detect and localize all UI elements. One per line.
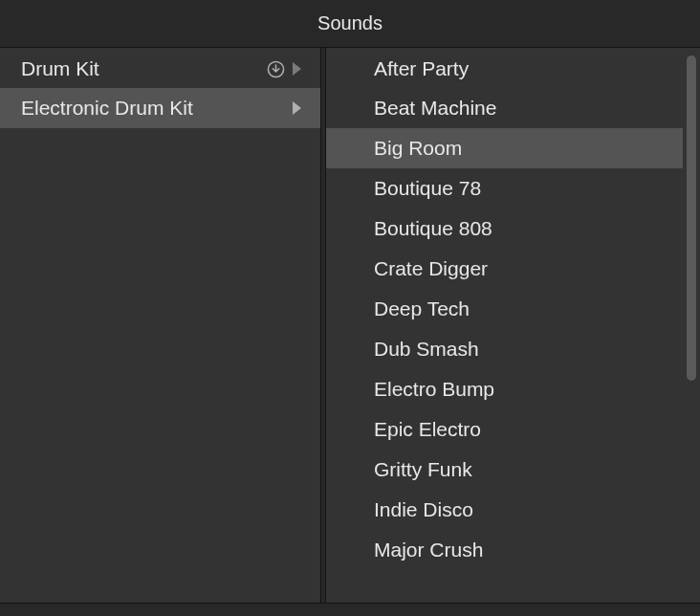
preset-item[interactable]: Epic Electro bbox=[326, 409, 683, 450]
preset-item[interactable]: Electro Bump bbox=[326, 369, 683, 409]
library-columns: Drum Kit Electronic Drum Kit After Party bbox=[0, 48, 700, 603]
preset-item[interactable]: Deep Tech bbox=[326, 289, 683, 329]
preset-label: Dub Smash bbox=[374, 338, 671, 361]
preset-item[interactable]: Boutique 808 bbox=[326, 209, 683, 249]
preset-label: Major Crush bbox=[374, 539, 671, 561]
panel-title: Sounds bbox=[317, 12, 383, 34]
preset-label: After Party bbox=[374, 57, 671, 80]
preset-label: Deep Tech bbox=[374, 297, 671, 320]
chevron-right-icon bbox=[293, 101, 301, 115]
preset-item[interactable]: Boutique 78 bbox=[326, 168, 683, 209]
preset-label: Gritty Funk bbox=[374, 458, 671, 481]
preset-item[interactable]: Crate Digger bbox=[326, 249, 683, 289]
category-item-drum-kit[interactable]: Drum Kit bbox=[0, 48, 320, 88]
preset-item[interactable]: Beat Machine bbox=[326, 88, 683, 128]
category-label: Electronic Drum Kit bbox=[21, 97, 293, 120]
category-icons bbox=[293, 101, 309, 115]
preset-item[interactable]: Dub Smash bbox=[326, 329, 683, 369]
scrollbar-thumb[interactable] bbox=[687, 55, 696, 381]
category-column: Drum Kit Electronic Drum Kit bbox=[0, 48, 320, 603]
preset-label: Big Room bbox=[374, 137, 671, 160]
preset-label: Epic Electro bbox=[374, 418, 671, 441]
preset-item[interactable]: Big Room bbox=[326, 128, 683, 168]
category-item-electronic-drum-kit[interactable]: Electronic Drum Kit bbox=[0, 88, 320, 128]
preset-item[interactable]: Indie Disco bbox=[326, 490, 683, 530]
panel-footer bbox=[0, 603, 700, 616]
preset-item[interactable]: Major Crush bbox=[326, 530, 683, 570]
preset-label: Beat Machine bbox=[374, 97, 671, 120]
download-icon[interactable] bbox=[267, 60, 285, 78]
preset-label: Boutique 78 bbox=[374, 177, 671, 200]
preset-list: After Party Beat Machine Big Room Boutiq… bbox=[326, 48, 683, 603]
chevron-right-icon bbox=[293, 62, 301, 76]
preset-label: Crate Digger bbox=[374, 257, 671, 280]
category-label: Drum Kit bbox=[21, 57, 267, 80]
preset-item[interactable]: After Party bbox=[326, 48, 683, 88]
preset-label: Indie Disco bbox=[374, 498, 671, 521]
scrollbar-track[interactable] bbox=[683, 48, 700, 603]
category-icons bbox=[267, 60, 309, 78]
preset-item[interactable]: Gritty Funk bbox=[326, 450, 683, 490]
preset-label: Boutique 808 bbox=[374, 217, 671, 240]
preset-column: After Party Beat Machine Big Room Boutiq… bbox=[326, 48, 700, 603]
panel-header: Sounds bbox=[0, 0, 700, 48]
preset-label: Electro Bump bbox=[374, 378, 671, 401]
